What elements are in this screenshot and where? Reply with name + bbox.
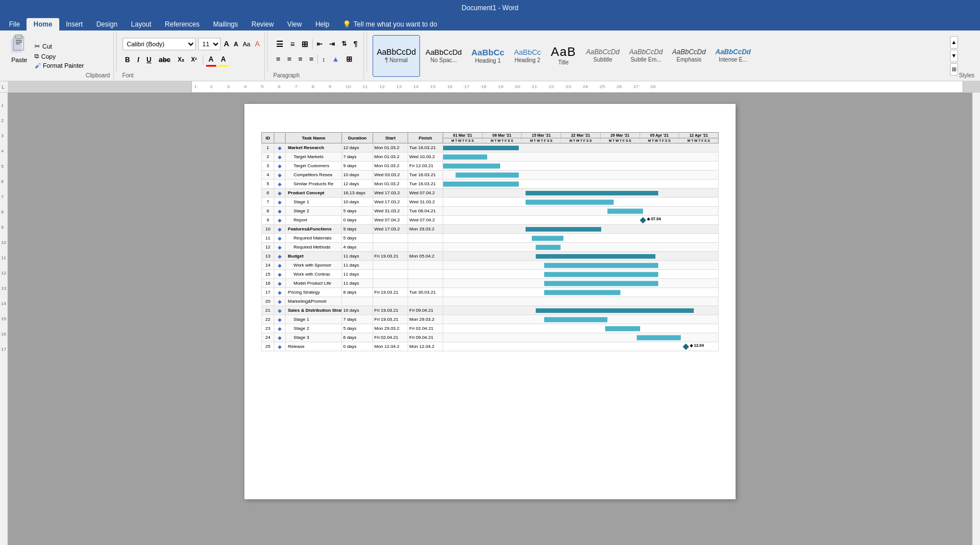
font-color-wrapper: A <box>206 53 217 67</box>
subscript-button[interactable]: X₂ <box>175 54 187 66</box>
gantt-cell-start <box>373 279 408 288</box>
highlight-button[interactable]: A <box>218 53 229 66</box>
gantt-cell-chart <box>443 270 719 279</box>
line-spacing-button[interactable]: ↕ <box>319 53 328 66</box>
gantt-row: 1 ◆ Market Research 12 days Mon 01.03.2 … <box>262 143 719 152</box>
tab-review[interactable]: Review <box>244 18 280 30</box>
font-color-button[interactable]: A <box>206 53 217 66</box>
paste-button[interactable]: Paste <box>6 33 33 79</box>
copy-button[interactable]: ⧉ Copy <box>33 52 86 60</box>
cut-button[interactable]: ✂ Cut <box>33 42 86 51</box>
gantt-cell-chart <box>443 315 719 324</box>
styles-expand[interactable]: ⊞ <box>950 63 958 76</box>
gantt-cell-mode: ◆ <box>274 306 286 315</box>
gantt-cell-start <box>373 261 408 270</box>
document-wrapper: ID Task Name Duration Start Finish 01 Ma… <box>244 98 736 539</box>
gantt-cell-name: Target Markets <box>286 152 342 162</box>
tab-design[interactable]: Design <box>90 18 124 30</box>
gantt-cell-id: 2 <box>262 152 274 162</box>
tab-file[interactable]: File <box>2 18 27 30</box>
tab-view[interactable]: View <box>281 18 309 30</box>
gantt-cell-finish: Mon 29.03.2 <box>408 315 443 324</box>
gantt-cell-id: 8 <box>262 207 274 216</box>
format-painter-button[interactable]: 🖌 Format Painter <box>33 62 86 69</box>
underline-button[interactable]: U <box>144 54 155 66</box>
tab-tell-me[interactable]: 💡 Tell me what you want to do <box>336 18 444 30</box>
styles-group: AaBbCcDd ¶ Normal AaBbCcDd No Spac... Aa… <box>369 32 978 80</box>
increase-indent-button[interactable]: ⇥ <box>326 38 338 50</box>
gantt-cell-finish: Wed 07.04.2 <box>408 216 443 225</box>
gantt-row: 7 ◆ Stage 1 10 days Wed 17.03.2 Wed 31.0… <box>262 198 719 207</box>
style-heading2[interactable]: AaBbCc Heading 2 <box>510 35 545 77</box>
style-heading1-label: Heading 1 <box>475 58 501 64</box>
gantt-cell-name: Required Methods <box>286 243 342 252</box>
gantt-cell-duration: 10 days <box>342 171 373 180</box>
sort-button[interactable]: ⇅ <box>339 38 349 50</box>
grow-font-button[interactable]: A <box>223 39 230 49</box>
gantt-cell-start: Mon 01.03.2 <box>373 143 408 152</box>
shrink-font-button[interactable]: A <box>233 40 239 48</box>
change-case-button[interactable]: Aa <box>242 40 251 48</box>
align-right-button[interactable]: ≡ <box>295 53 305 66</box>
align-center-button[interactable]: ≡ <box>285 53 295 66</box>
tab-mailings[interactable]: Mailings <box>206 18 244 30</box>
gantt-cell-finish <box>408 261 443 270</box>
document-page[interactable]: ID Task Name Duration Start Finish 01 Ma… <box>244 104 736 499</box>
gantt-bar <box>443 181 519 186</box>
gantt-bar <box>443 146 519 150</box>
ruler-white-area: ·1· ·2· ·3· ·4· ·5· ·6· ·7· ·8· ·9· ·10·… <box>192 81 963 92</box>
tab-insert[interactable]: Insert <box>59 18 90 30</box>
gantt-cell-start: Fri 19.03.21 <box>373 252 408 261</box>
title-bar: Document1 - Word <box>0 0 980 16</box>
style-emphasis[interactable]: AaBbCcDd Emphasis <box>668 35 710 77</box>
font-separator <box>203 55 203 65</box>
gantt-cell-name: Stage 2 <box>286 324 342 333</box>
style-intense[interactable]: AaBbCcDd Intense E... <box>711 35 755 77</box>
style-title[interactable]: AaB Title <box>546 35 580 77</box>
decrease-indent-button[interactable]: ⇤ <box>314 38 325 50</box>
tab-references[interactable]: References <box>158 18 206 30</box>
right-scrollbar[interactable] <box>972 93 980 545</box>
gantt-cell-id: 13 <box>262 252 274 261</box>
style-subtitle[interactable]: AaBbCcDd Subtitle <box>582 35 623 77</box>
gantt-cell-name: Work with Contrac <box>286 270 342 279</box>
bullets-button[interactable]: ☰ <box>273 38 286 50</box>
gantt-row: 24 ◆ Stage 3 6 days Fri 02.04.21 Fri 09.… <box>262 333 719 342</box>
justify-button[interactable]: ≡ <box>307 53 317 66</box>
separator-2 <box>267 32 268 71</box>
italic-button[interactable]: I <box>134 54 142 66</box>
gantt-cell-mode: ◆ <box>274 342 286 351</box>
font-size-select[interactable]: 11 <box>198 38 221 50</box>
tab-home[interactable]: Home <box>27 18 59 30</box>
show-marks-button[interactable]: ¶ <box>351 38 360 50</box>
gantt-cell-id: 15 <box>262 270 274 279</box>
strikethrough-button[interactable]: abc <box>156 54 173 66</box>
style-subtle-em[interactable]: AaBbCcDd Subtle Em... <box>625 35 666 77</box>
bold-button[interactable]: B <box>123 54 133 66</box>
superscript-button[interactable]: X² <box>189 54 200 66</box>
gantt-row: 22 ◆ Stage 1 7 days Fri 19.03.21 Mon 29.… <box>262 315 719 324</box>
styles-scroll-up[interactable]: ▲ <box>950 36 958 49</box>
separator-3 <box>366 32 367 71</box>
shading-button[interactable]: ▲ <box>329 53 342 66</box>
border-button[interactable]: ⊞ <box>343 53 355 66</box>
gantt-cell-duration: 7 days <box>342 315 373 324</box>
tab-help[interactable]: Help <box>309 18 336 30</box>
tab-layout[interactable]: Layout <box>124 18 158 30</box>
gantt-cell-id: 1 <box>262 143 274 152</box>
multilevel-list-button[interactable]: ⊞ <box>299 38 311 50</box>
gantt-cell-duration: 8 days <box>342 288 373 297</box>
milestone-diamond <box>683 343 689 350</box>
font-name-select[interactable]: Calibri (Body) <box>123 38 196 50</box>
paragraph-top-row: ☰ ≡ ⊞ ⇤ ⇥ ⇅ ¶ <box>273 38 360 50</box>
numbered-list-button[interactable]: ≡ <box>287 38 298 50</box>
align-left-button[interactable]: ≡ <box>273 53 283 66</box>
document-area[interactable]: ID Task Name Duration Start Finish 01 Ma… <box>8 93 972 545</box>
styles-scroll-down[interactable]: ▼ <box>950 50 958 62</box>
style-no-spacing[interactable]: AaBbCcDd No Spac... <box>422 35 466 77</box>
style-heading1[interactable]: AaBbCc Heading 1 <box>467 35 508 77</box>
clear-format-button[interactable]: A <box>253 39 261 49</box>
underline-button-wrapper[interactable]: U <box>144 54 155 66</box>
style-normal[interactable]: AaBbCcDd ¶ Normal <box>373 35 419 77</box>
gantt-row: 21 ◆ Sales & Distribution Strategy 16 da… <box>262 306 719 315</box>
